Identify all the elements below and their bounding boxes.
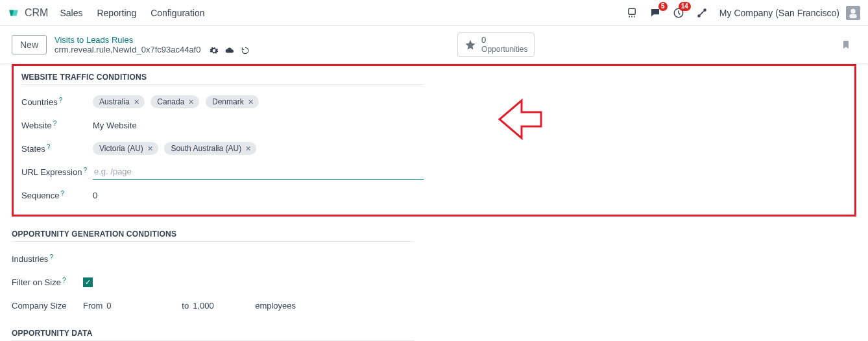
gear-icon[interactable] [210, 46, 219, 55]
from-label: From [83, 301, 102, 311]
label-states: States? [21, 144, 93, 154]
breadcrumb-record: crm.reveal.rule,NewId_0x7fc93ac44af0 [54, 45, 200, 54]
website-field[interactable]: My Website [93, 121, 137, 130]
remove-tag-icon[interactable]: ✕ [248, 98, 254, 106]
label-url-expression: URL Expression? [21, 167, 93, 177]
help-icon[interactable]: ? [49, 253, 53, 261]
opportunities-stat-button[interactable]: 0 Opportunities [457, 32, 535, 57]
svg-point-10 [850, 8, 855, 13]
sequence-field[interactable]: 0 [93, 191, 97, 200]
top-navigation: CRM Sales Reporting Configuration 5 14 M… [0, 0, 868, 26]
remove-tag-icon[interactable]: ✕ [147, 145, 153, 153]
activities-badge: 14 [679, 2, 691, 11]
label-sequence: Sequence? [21, 191, 93, 200]
app-logo-icon [8, 7, 19, 19]
tag-country: Canada✕ [151, 95, 199, 108]
label-company-size: Company Size [12, 301, 83, 311]
remove-tag-icon[interactable]: ✕ [245, 145, 251, 153]
bookmark-icon[interactable] [841, 39, 851, 51]
url-expression-input[interactable] [93, 164, 424, 180]
new-button[interactable]: New [12, 35, 47, 54]
breadcrumb: Visits to Leads Rules crm.reveal.rule,Ne… [54, 35, 250, 55]
section-title-opportunity: OPPORTUNITY GENERATION CONDITIONS [12, 229, 414, 242]
messages-icon[interactable]: 5 [647, 5, 664, 21]
menu-reporting[interactable]: Reporting [97, 8, 136, 18]
help-icon[interactable]: ? [59, 97, 63, 104]
label-website: Website? [21, 121, 93, 130]
remove-tag-icon[interactable]: ✕ [134, 98, 139, 106]
help-icon[interactable]: ? [83, 167, 87, 174]
tag-state: Victoria (AU)✕ [93, 142, 158, 155]
messages-badge: 5 [658, 2, 668, 11]
menu-sales[interactable]: Sales [60, 8, 82, 18]
tag-state: South Australia (AU)✕ [164, 142, 256, 155]
section-title-data: OPPORTUNITY DATA [12, 329, 414, 341]
traffic-conditions-highlight: WEBSITE TRAFFIC CONDITIONS Countries? Au… [12, 64, 856, 217]
cloud-save-icon[interactable] [225, 46, 234, 55]
company-switcher[interactable]: My Company (San Francisco) [719, 8, 839, 18]
arrow-annotation-icon [497, 97, 542, 142]
tools-icon[interactable] [693, 5, 710, 21]
stat-value: 0 [481, 36, 527, 45]
label-filter-on-size: Filter on Size? [12, 277, 83, 287]
help-icon[interactable]: ? [53, 120, 57, 127]
tag-country: Australia✕ [93, 95, 145, 108]
states-tags-input[interactable]: Victoria (AU)✕ South Australia (AU)✕ [93, 142, 260, 155]
company-size-from-input[interactable]: 0 [106, 301, 178, 311]
form-content: WEBSITE TRAFFIC CONDITIONS Countries? Au… [0, 64, 868, 341]
label-countries: Countries? [21, 97, 93, 107]
help-icon[interactable]: ? [47, 143, 51, 150]
to-label: to [182, 301, 189, 311]
discard-icon[interactable] [241, 46, 250, 55]
phone-icon[interactable] [623, 5, 640, 21]
stat-label: Opportunities [481, 45, 527, 54]
remove-tag-icon[interactable]: ✕ [188, 98, 194, 106]
svg-rect-2 [629, 8, 636, 14]
company-size-to-input[interactable]: 1,000 [193, 301, 251, 311]
label-industries: Industries? [12, 254, 83, 264]
filter-on-size-checkbox[interactable]: ✓ [83, 277, 93, 287]
section-title-traffic: WEBSITE TRAFFIC CONDITIONS [21, 73, 424, 85]
activities-icon[interactable]: 14 [670, 5, 687, 21]
star-icon [464, 39, 476, 51]
help-icon[interactable]: ? [61, 190, 65, 197]
app-name[interactable]: CRM [25, 7, 48, 19]
control-panel: New Visits to Leads Rules crm.reveal.rul… [0, 26, 868, 64]
svg-rect-11 [850, 14, 857, 18]
countries-tags-input[interactable]: Australia✕ Canada✕ Denmark✕ [93, 95, 263, 108]
user-avatar[interactable] [846, 6, 860, 20]
menu-configuration[interactable]: Configuration [151, 8, 204, 18]
help-icon[interactable]: ? [62, 277, 66, 284]
employees-label: employees [255, 301, 296, 311]
breadcrumb-parent[interactable]: Visits to Leads Rules [54, 35, 250, 45]
tag-country: Denmark✕ [206, 95, 259, 108]
